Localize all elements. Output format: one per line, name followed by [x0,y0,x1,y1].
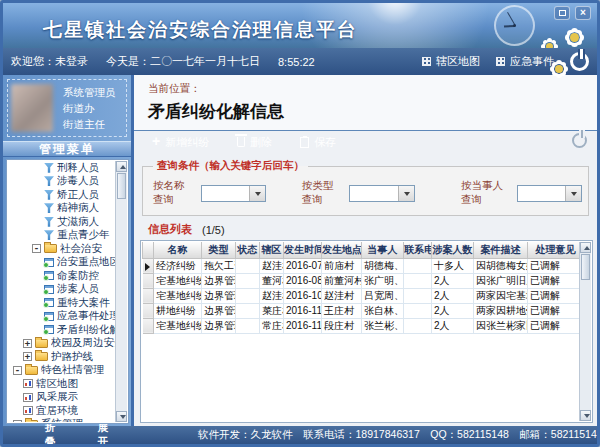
expand-icon[interactable] [23,339,32,348]
funnel-icon [44,203,54,213]
table-header-row: 名称 类型 状态 辖区 发生时间 发生地点 当事人 联系电话 涉案人数 案件描述… [143,242,580,258]
tree-item-major-cases[interactable]: 重特大案件 [8,296,115,310]
developer-info: 软件开发：久龙软件 联系电话：18917846317 QQ：582115148 … [198,428,600,442]
col-header[interactable]: 处理意见 [528,242,580,258]
query-by-name-select[interactable] [201,185,266,202]
tree-folder-special-management[interactable]: 特色社情管理 [8,364,115,378]
app-window: 七星镇社会治安综合治理信息平台 欢迎您：未登录 今天是：二〇一七年一月十七日 8… [0,0,600,447]
col-header[interactable]: 联系电话 [404,242,432,258]
collapse-icon[interactable] [13,366,22,375]
tree-item-drug-involved[interactable]: 涉毒人员 [8,175,115,189]
user-role: 街道办 [63,100,116,116]
funnel-icon [44,230,54,240]
query-by-type-select[interactable] [349,185,414,202]
col-header[interactable]: 当事人 [362,242,404,258]
sidebar: 系统管理员 街道办 街道主任 管理菜单 刑释人员 涉毒人员 矫正人员 精神病人 … [3,75,134,426]
funnel-icon [44,163,54,173]
tree-folder-campus-safety[interactable]: 校园及周边安全 [8,337,115,351]
page-indicator: (1/5) [202,224,225,236]
grid-icon [422,57,431,66]
tree-item-correction[interactable]: 矫正人员 [8,188,115,202]
scroll-down-icon[interactable] [580,410,591,421]
tree-item-livable-environment[interactable]: 宜居环境 [8,404,115,418]
scroll-up-icon[interactable] [580,242,591,253]
funnel-icon [44,190,54,200]
district-map-button[interactable]: 辖区地图 [422,54,480,69]
table-row[interactable]: 经济纠纷拖欠工资赵洼村辖2016-07-前庙村胡德梅、杨十多人因胡德梅女婿在已调… [143,258,580,273]
tree-item-key-areas[interactable]: 治安重点地区 [8,256,115,270]
chart-icon [23,393,33,402]
tree-item-case-persons[interactable]: 涉案人员 [8,283,115,297]
tree-item-aids-patients[interactable]: 艾滋病人 [8,215,115,229]
toolbar: 新增纠纷 删除 保存 [134,130,597,153]
trash-icon [237,137,245,147]
table-row[interactable]: 宅基地纠纷边界管理常庄村辖2016-11-段庄村张兰彬、张2人因张兰彬家旧房已调… [143,318,580,333]
col-header[interactable]: 类型 [202,242,236,258]
tree-item-district-map[interactable]: 辖区地图 [8,377,115,391]
query-by-party-label: 按当事人查询 [461,179,509,207]
table-scrollbar[interactable] [579,242,591,421]
expand-button[interactable]: 展开 [98,421,109,447]
query-by-type-label: 按类型查询 [302,179,342,207]
expand-icon[interactable] [23,352,32,361]
tree-scrollbar[interactable] [115,161,127,422]
scroll-up-icon[interactable] [116,161,127,172]
tree-item-emergency-handling[interactable]: 应急事件处理 [8,310,115,324]
row-selector-icon [145,263,150,271]
tree-folder-system-management[interactable]: 系统管理 [8,418,115,423]
col-header[interactable]: 发生地点 [322,242,362,258]
open-folder-icon [25,420,38,422]
col-header[interactable]: 状态 [236,242,260,258]
minimize-button[interactable] [554,6,570,20]
collapse-icon[interactable] [32,244,41,253]
tree-item-dispute-mediation[interactable]: 矛盾纠纷化解 [8,323,115,337]
folder-icon [35,339,48,348]
status-bar: 欢迎您：未登录 今天是：二〇一七年一月十七日 8:55:22 辖区地图 应急事件 [3,48,597,75]
tree-item-key-youth[interactable]: 重点青少年 [8,229,115,243]
clipboard-icon [300,137,309,148]
data-grid: 名称 类型 状态 辖区 发生时间 发生地点 当事人 联系电话 涉案人数 案件描述… [140,240,593,423]
collapse-button[interactable]: 折叠 [45,421,56,447]
emergency-event-button[interactable]: 应急事件 [496,54,554,69]
tree-item-released-prisoners[interactable]: 刑释人员 [8,161,115,175]
app-title: 七星镇社会治安综合治理信息平台 [43,17,358,43]
clock [494,5,535,46]
tree-folder-road-protection[interactable]: 护路护线 [8,350,115,364]
delete-button[interactable]: 删除 [237,135,272,150]
query-by-party-select[interactable] [517,185,582,202]
col-header[interactable]: 辖区 [260,242,284,258]
table-row[interactable]: 宅基地纠纷边界管理赵洼村辖2016-10-赵洼村吕宽周、吕2人两家因宅基地出已调… [143,288,580,303]
plus-icon [152,136,160,148]
power-logout-button[interactable] [570,52,589,71]
table-row[interactable]: 宅基地纠纷边界管理董河村辖2016-08-前董河村张广明、张2人因张广明旧房拆已… [143,273,580,288]
content-area: 当前位置： 矛盾纠纷化解信息 新增纠纷 删除 保存 查询条件（输入关键字后回车）… [134,75,597,426]
col-header[interactable]: 名称 [154,242,202,258]
page-title: 矛盾纠纷化解信息 [134,96,597,130]
page-icon [44,312,54,321]
col-header[interactable]: 涉案人数 [432,242,474,258]
col-header[interactable]: 发生时间 [284,242,322,258]
scroll-down-icon[interactable] [116,411,127,422]
col-header[interactable]: 案件描述 [474,242,528,258]
refresh-power-icon[interactable] [572,133,587,148]
funnel-icon [44,217,54,227]
tree-item-mental-patients[interactable]: 精神病人 [8,202,115,216]
page-icon [44,258,54,267]
page-icon [44,271,54,280]
query-panel: 查询条件（输入关键字后回车） 按名称查询 按类型查询 按当事人查询 [142,159,589,216]
title-bar: 七星镇社会治安综合治理信息平台 [3,3,597,48]
close-button[interactable] [575,6,591,20]
breadcrumb: 当前位置： [134,75,597,96]
scrollbar-thumb[interactable] [117,173,126,199]
user-role: 系统管理员 [63,84,116,100]
scrollbar-thumb[interactable] [581,254,590,280]
table-row[interactable]: 耕地纠纷边界管理菜庄村辖2016-11-王庄村张自林、张2人两家因耕地旁种已调解 [143,303,580,318]
add-dispute-button[interactable]: 新增纠纷 [152,135,209,150]
save-button[interactable]: 保存 [300,135,336,150]
chart-icon [23,406,33,415]
collapse-icon[interactable] [13,420,22,422]
tree-folder-social-security[interactable]: 社会治安 [8,242,115,256]
tree-item-homicide-prevention[interactable]: 命案防控 [8,269,115,283]
tree-item-style-show[interactable]: 风采展示 [8,391,115,405]
avatar [11,84,53,132]
